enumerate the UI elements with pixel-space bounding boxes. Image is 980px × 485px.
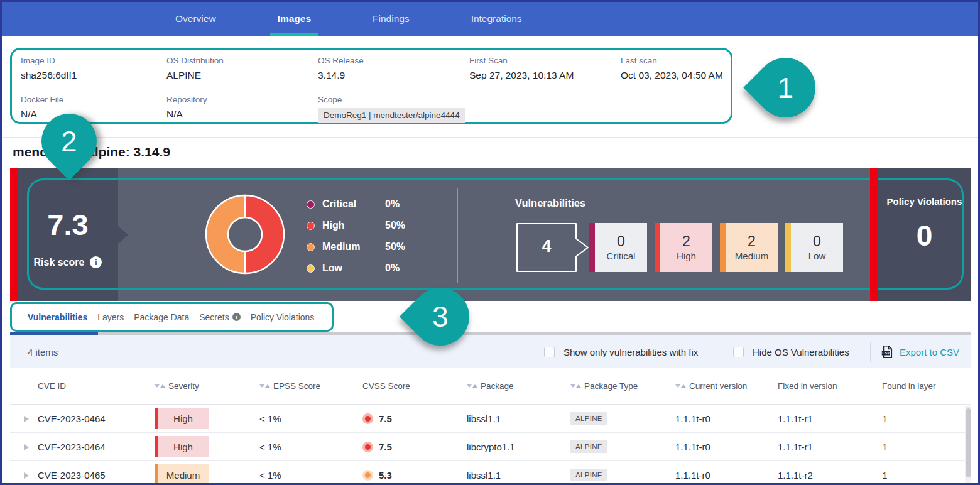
show-only-fix-checkbox[interactable] [544,347,555,357]
scrollbar-thumb[interactable] [966,408,971,477]
column-header-label: EPSS Score [273,381,320,391]
package-cell: libssl1.1 [467,470,570,481]
cvss-score-value: 7.5 [379,413,392,424]
severity-count-box: 2 High [655,223,712,272]
table-row[interactable]: CVE-2023-0464 High < 1% 7.5 libcrypto1.1… [10,433,971,461]
active-tab-indicator [10,332,98,335]
column-header: Found in layer [882,381,971,391]
current-version-cell: 1.1.1t-r0 [675,470,778,481]
info-field: Scope DemoReg1 | mendtester/alpine4444 [318,95,466,123]
column-header-label: Severity [168,381,199,391]
column-header-label: Fixed in version [778,381,837,391]
sort-icon[interactable] [675,384,686,388]
detail-tab[interactable]: Vulnerabilities [28,312,87,322]
expand-caret-icon[interactable] [24,416,29,422]
policy-violations-box: Policy Violations 0 [878,168,971,301]
cve-id-cell: CVE-2023-0464 [38,442,155,452]
severity-count-boxes: 0 Critical 2 High 2 Medium 0 Low [589,223,843,272]
risk-score-box: 7.3 Risk score i [18,168,118,301]
column-header-label: Package Type [584,381,638,391]
export-to-csv-button[interactable]: CSV Export to CSV [880,345,959,359]
info-field: OS Distribution ALPINE [166,56,224,81]
table-row[interactable]: CVE-2023-0464 High < 1% 7.5 libssl1.1 AL… [10,405,971,433]
detail-tab[interactable]: Package Data [134,312,189,322]
package-cell: libcrypto1.1 [467,442,570,452]
filter-bar-divider [870,342,871,362]
sort-icon[interactable] [155,384,165,388]
info-icon[interactable]: i [90,256,102,268]
info-field-value: DemoReg1 | mendtester/alpine4444 [318,108,466,123]
column-header: Package Type [570,381,675,391]
vulnerabilities-total-count: 4 [516,237,577,256]
severity-label: Low [808,251,826,261]
sort-icon[interactable] [259,384,270,388]
info-icon[interactable]: i [232,313,241,321]
legend-percent: 50% [385,241,405,253]
table-row[interactable]: CVE-2023-0465 Medium < 1% 5.3 libssl1.1 … [10,461,971,485]
info-field-label: Last scan [621,56,723,65]
legend-dot-icon [307,222,315,230]
cve-id-cell: CVE-2023-0464 [38,413,155,424]
risk-score-label: Risk score [34,257,85,268]
table-scrollbar [965,406,971,483]
risk-score-value: 7.3 [18,207,118,242]
column-header: Fixed in version [778,381,882,391]
detail-tab[interactable]: Layers [97,312,124,322]
info-field-label: Docker File [21,95,63,104]
cvss-score-cell: 7.5 [362,442,467,452]
package-type-chip: ALPINE [570,440,607,453]
column-header: Current version [675,381,778,391]
info-field-label: Image ID [21,56,77,65]
risk-summary-bar: 7.3 Risk score i Critical 0% High 50% Me… [10,168,971,301]
sort-icon[interactable] [467,384,477,388]
nav-tab[interactable]: Images [278,2,311,36]
detail-tab[interactable]: Secrets i [199,312,240,322]
cvss-score-cell: 5.3 [362,470,467,481]
found-in-layer-cell: 1 [882,470,971,481]
cve-id-cell: CVE-2023-0465 [38,470,155,481]
info-field-value: Sep 27, 2023, 10:13 AM [469,70,574,81]
policy-violations-count: 0 [878,219,971,253]
vulnerabilities-total-box: 4 [516,223,591,272]
info-field: OS Release 3.14.9 [318,56,364,81]
hide-os-vulns-checkbox[interactable] [733,347,744,357]
column-header: Severity [155,381,259,391]
red-stripe-left [10,168,18,301]
red-stripe-right [870,168,878,301]
expand-caret-icon[interactable] [24,472,29,479]
legend-item: Medium 50% [307,236,405,258]
column-header-label: CVSS Score [362,381,410,391]
detail-tab[interactable]: Policy Violations [251,312,315,322]
legend-label: Medium [322,241,385,253]
severity-donut-chart [202,192,288,277]
vertical-divider [457,188,458,283]
found-in-layer-cell: 1 [882,413,971,424]
sort-icon[interactable] [570,384,581,388]
show-only-fix-label: Show only vulnerabilities with fix [564,347,698,357]
column-header-label: Found in layer [882,381,936,391]
epss-score-cell: < 1% [259,413,362,424]
info-field: Image ID sha256:6dff1 [21,56,77,81]
info-field-value: ALPINE [166,70,224,81]
cvss-severity-dot-icon [362,413,373,424]
expand-caret-icon[interactable] [24,444,29,450]
severity-label: Medium [735,251,768,261]
info-field-label: Scope [318,95,466,104]
severity-count-box: 0 Critical [589,223,647,272]
column-header-label: Current version [689,381,747,391]
image-info-panel: Image ID sha256:6dff1 OS Distribution AL… [10,48,732,124]
section-divider [2,137,978,138]
epss-score-cell: < 1% [259,442,362,452]
nav-tab[interactable]: Overview [175,2,216,36]
package-type-chip: ALPINE [570,412,607,425]
risk-box-arrow [118,226,128,244]
legend-dot-icon [307,243,315,251]
nav-tab[interactable]: Integrations [471,2,522,36]
info-field-label: First Scan [469,56,574,65]
severity-label: Critical [607,251,636,261]
severity-count: 0 [813,234,821,249]
legend-dot-icon [307,200,315,209]
hide-os-vulns-label: Hide OS Vulnerabilities [753,347,849,357]
nav-tab[interactable]: Findings [373,2,410,36]
info-field-value: Oct 03, 2023, 04:50 AM [621,70,723,81]
